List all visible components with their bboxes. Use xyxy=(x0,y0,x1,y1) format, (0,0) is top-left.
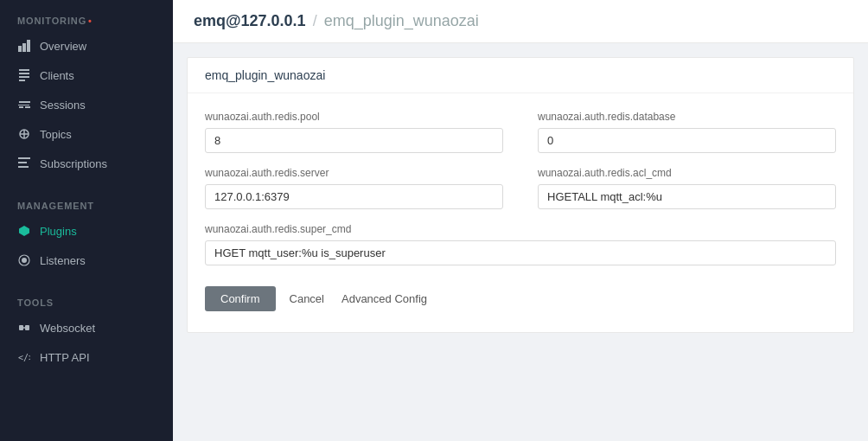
sidebar-item-label: Overview xyxy=(40,40,86,53)
svg-rect-11 xyxy=(18,162,27,163)
sidebar-item-overview[interactable]: Overview xyxy=(0,31,173,61)
svg-text:</>: </> xyxy=(18,353,30,362)
svg-rect-5 xyxy=(19,76,29,78)
sidebar-item-label: Topics xyxy=(40,128,72,141)
sidebar-item-subscriptions[interactable]: Subscriptions xyxy=(0,149,173,178)
acl-cmd-label: wunaozai.auth.redis.acl_cmd xyxy=(538,167,836,179)
plugins-icon xyxy=(17,224,31,238)
sidebar-item-label: Websocket xyxy=(40,322,95,335)
confirm-button[interactable]: Confirm xyxy=(205,286,276,311)
sidebar-item-label: Sessions xyxy=(40,99,86,112)
card-body: wunaozai.auth.redis.pool wunaozai.auth.r… xyxy=(188,93,853,332)
form-group-super-cmd: wunaozai.auth.redis.super_cmd xyxy=(205,223,836,265)
breadcrumb-secondary: emq_plugin_wunaozai xyxy=(324,12,479,30)
server-label: wunaozai.auth.redis.server xyxy=(205,167,503,179)
sidebar-item-topics[interactable]: Topics xyxy=(0,119,173,149)
form-group-server: wunaozai.auth.redis.server xyxy=(205,167,503,209)
card-title: emq_plugin_wunaozai xyxy=(188,58,853,93)
sidebar-item-label: HTTP API xyxy=(40,351,90,364)
overview-icon xyxy=(17,39,31,53)
monitoring-section-title: MONITORING• xyxy=(0,0,173,31)
breadcrumb-primary: emq@127.0.0.1 xyxy=(194,12,306,30)
topics-icon xyxy=(17,127,31,141)
listeners-icon xyxy=(17,253,31,267)
sidebar-item-sessions[interactable]: Sessions xyxy=(0,90,173,119)
sessions-icon xyxy=(17,98,31,112)
pool-label: wunaozai.auth.redis.pool xyxy=(205,111,503,123)
sidebar-item-listeners[interactable]: Listeners xyxy=(0,246,173,275)
form-group-pool: wunaozai.auth.redis.pool xyxy=(205,111,503,153)
svg-rect-6 xyxy=(19,80,25,81)
server-input[interactable] xyxy=(205,184,503,209)
super-cmd-input[interactable] xyxy=(205,240,836,265)
super-cmd-label: wunaozai.auth.redis.super_cmd xyxy=(205,223,836,235)
svg-marker-13 xyxy=(19,226,29,236)
form-grid: wunaozai.auth.redis.pool wunaozai.auth.r… xyxy=(205,111,836,265)
http-api-icon: </> xyxy=(17,350,31,364)
database-input[interactable] xyxy=(538,128,836,153)
svg-rect-1 xyxy=(22,43,26,52)
cancel-button[interactable]: Cancel xyxy=(286,286,328,311)
svg-rect-2 xyxy=(27,40,30,52)
pool-input[interactable] xyxy=(205,128,503,153)
acl-cmd-input[interactable] xyxy=(538,184,836,209)
clients-icon xyxy=(17,68,31,82)
plugin-config-card: emq_plugin_wunaozai wunaozai.auth.redis.… xyxy=(187,57,854,333)
management-section-title: MANAGEMENT xyxy=(0,185,173,216)
websocket-icon xyxy=(17,321,31,335)
main-area: emq@127.0.0.1 / emq_plugin_wunaozai emq_… xyxy=(173,0,868,441)
sidebar-item-plugins[interactable]: Plugins xyxy=(0,216,173,246)
tools-section-title: TOOLS xyxy=(0,282,173,313)
breadcrumb-separator: / xyxy=(313,12,317,30)
sidebar-item-websocket[interactable]: Websocket xyxy=(0,313,173,342)
sidebar-item-label: Listeners xyxy=(40,254,86,267)
page-header: emq@127.0.0.1 / emq_plugin_wunaozai xyxy=(173,0,868,43)
sidebar-item-http-api[interactable]: </> HTTP API xyxy=(0,342,173,372)
advanced-config-button[interactable]: Advanced Config xyxy=(338,286,431,311)
form-group-database: wunaozai.auth.redis.database xyxy=(538,111,836,153)
sidebar-item-label: Subscriptions xyxy=(40,157,107,170)
svg-rect-10 xyxy=(18,157,30,159)
database-label: wunaozai.auth.redis.database xyxy=(538,111,836,123)
sidebar-item-clients[interactable]: Clients xyxy=(0,61,173,90)
svg-rect-17 xyxy=(25,325,29,330)
svg-rect-16 xyxy=(19,325,23,330)
svg-rect-3 xyxy=(19,69,29,71)
form-actions: Confirm Cancel Advanced Config xyxy=(205,286,836,311)
svg-rect-0 xyxy=(18,46,22,52)
svg-rect-12 xyxy=(18,166,29,168)
form-group-acl-cmd: wunaozai.auth.redis.acl_cmd xyxy=(538,167,836,209)
sidebar-item-label: Plugins xyxy=(40,225,77,238)
svg-rect-4 xyxy=(19,73,29,74)
main-content: emq_plugin_wunaozai wunaozai.auth.redis.… xyxy=(173,43,868,441)
svg-point-14 xyxy=(22,258,27,263)
sidebar-item-label: Clients xyxy=(40,69,74,82)
sidebar: MONITORING• Overview Clients Sessions To… xyxy=(0,0,173,441)
subscriptions-icon xyxy=(17,157,31,170)
